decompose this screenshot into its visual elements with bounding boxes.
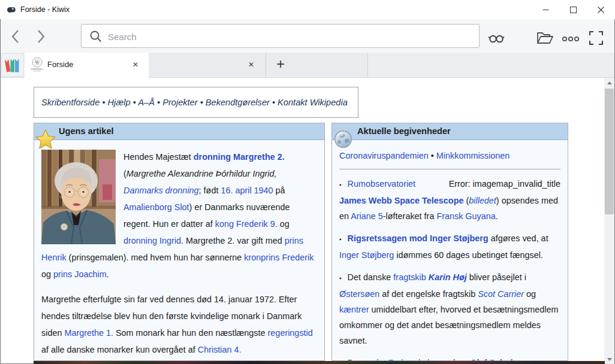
- scroll-down-button[interactable]: [604, 354, 614, 364]
- bullet-icon: ▪: [339, 236, 342, 242]
- wiki-link[interactable]: 1940: [254, 186, 273, 195]
- forward-button[interactable]: [33, 28, 50, 45]
- close-icon: [598, 7, 604, 13]
- week-article-box: Ugens artikel: [34, 123, 325, 361]
- margrethe-photo: [41, 150, 116, 244]
- vertical-scrollbar[interactable]: [604, 78, 614, 364]
- search-input[interactable]: [107, 25, 469, 48]
- wiki-link[interactable]: Karin Høj: [429, 272, 467, 282]
- tab-bar: W WIKIPEDIA Forside ✕ ✕ +: [1, 53, 614, 78]
- search-box: [81, 24, 480, 48]
- text-segment: . Margrethe 2. var gift med: [181, 236, 285, 245]
- text-segment: Margrethe Alexandrine Þórhildur Ingrid,: [126, 169, 277, 178]
- wiki-link[interactable]: Bekendtgørelser: [206, 98, 270, 107]
- wiki-link[interactable]: Skribentforside: [41, 98, 100, 107]
- text-segment: (prinsgemalen). med hvem hun har sønnern…: [67, 253, 245, 262]
- wiki-link[interactable]: Scot Carrier: [478, 289, 524, 299]
- fullscreen-button[interactable]: [589, 31, 603, 47]
- text-segment: afgøres ved, at: [489, 233, 548, 243]
- wiki-link[interactable]: fragtskib: [393, 272, 426, 282]
- page-content: Skribentforside • Hjælp • A–Å • Projekte…: [1, 78, 614, 363]
- wiki-link[interactable]: Kontakt Wikipedia: [278, 98, 348, 107]
- wiki-link[interactable]: Fransk Guyana: [436, 211, 495, 221]
- scroll-down-icon: [607, 358, 612, 361]
- wiki-link[interactable]: Christian 4.: [198, 345, 242, 354]
- tab-forside[interactable]: W WIKIPEDIA Forside ✕: [25, 53, 149, 78]
- bullet-icon: ▪: [339, 181, 342, 188]
- window-controls: [532, 1, 614, 19]
- text-segment: umiddelbart efter, hvorved et besætnings…: [339, 305, 559, 345]
- close-button[interactable]: [587, 1, 614, 19]
- next-section-image-edge: [34, 361, 605, 364]
- text-segment: •: [131, 98, 138, 107]
- wiki-link[interactable]: dronning Ingrid: [123, 236, 181, 245]
- news-item: ▪Rigsretssagen mod Inger Støjberg afgøre…: [339, 230, 560, 263]
- wiki-link[interactable]: James Webb Space Telescope: [339, 196, 463, 205]
- scroll-up-icon: [607, 81, 612, 84]
- scroll-up-button[interactable]: [604, 78, 614, 87]
- text-segment: (: [463, 196, 469, 205]
- open-file-button[interactable]: [536, 31, 553, 47]
- wiki-link[interactable]: Danmarks dronning: [123, 186, 199, 195]
- text-segment: -løfteraket fra: [383, 211, 437, 221]
- text-segment: .: [107, 269, 109, 279]
- wiki-link[interactable]: Margrethe 1.: [64, 328, 113, 338]
- wiki-link[interactable]: dronning Margrethe 2.: [194, 152, 285, 162]
- globe-icon: [334, 130, 352, 150]
- new-tab-button[interactable]: +: [266, 53, 295, 77]
- wiki-link[interactable]: Ariane 5: [351, 211, 383, 221]
- wiki-link[interactable]: kronprins Frederik: [244, 253, 313, 262]
- current-events-box: Aktuelle begivenheder Coronaviruspandemi…: [331, 123, 568, 361]
- library-button[interactable]: [1, 53, 24, 77]
- fullscreen-icon: [589, 31, 603, 45]
- text-segment: •: [155, 98, 162, 107]
- folder-icon: [536, 31, 553, 45]
- wiki-link[interactable]: Amalienborg Slot: [123, 202, 189, 212]
- wiki-link[interactable]: kong Frederik 9.: [215, 219, 278, 229]
- text-segment: og: [278, 219, 290, 229]
- wiki-link[interactable]: Østersøen: [339, 289, 379, 299]
- tab-empty[interactable]: ✕: [149, 53, 266, 77]
- wiki-link[interactable]: A–Å: [138, 98, 155, 107]
- news-item: ▪Rumobservatoriet Error: imagemap_invali…: [339, 176, 560, 224]
- reading-list-button[interactable]: [487, 32, 505, 47]
- tabbar-empty-area: [367, 53, 614, 77]
- divider: [339, 169, 560, 169]
- wiki-link[interactable]: Hjælp: [108, 98, 131, 107]
- wiki-link[interactable]: Coronaviruspandemien: [339, 151, 429, 160]
- text-segment: og: [524, 289, 536, 299]
- kiwix-app-icon: [7, 5, 16, 14]
- text-segment: Hendes Majestæt: [123, 152, 194, 162]
- week-article-body: Hendes Majestæt dronning Margrethe 2. (M…: [34, 140, 324, 361]
- text-segment: Som monark har hun den næstlængste: [113, 328, 268, 338]
- text-segment: ; født: [199, 186, 221, 195]
- text-segment: bliver påsejlet i: [467, 272, 526, 282]
- bullet-icon: ▪: [339, 275, 342, 281]
- star-icon: [35, 129, 56, 152]
- wiki-link[interactable]: billedet: [469, 196, 496, 205]
- wiki-link[interactable]: prins Joachim: [53, 269, 107, 279]
- wiki-link[interactable]: kæntrer: [339, 305, 369, 314]
- tab-close-button[interactable]: ✕: [245, 59, 257, 71]
- wiki-link[interactable]: 16. april: [221, 186, 251, 195]
- wiki-link[interactable]: Inger Støjberg: [339, 250, 394, 260]
- text-segment: idømmes 60 dages ubetinget fængsel.: [394, 250, 543, 260]
- wiki-link[interactable]: Rumobservatoriet: [348, 179, 416, 189]
- more-options-button[interactable]: [562, 34, 580, 45]
- text-segment: og: [41, 269, 53, 279]
- week-article-header: Ugens artikel: [34, 123, 324, 140]
- scrollbar-thumb[interactable]: [605, 89, 614, 214]
- tab-close-button[interactable]: ✕: [129, 59, 141, 71]
- minimize-button[interactable]: [532, 1, 559, 19]
- kiwix-window: Forside - Kiwix: [0, 0, 615, 364]
- back-button[interactable]: [7, 28, 23, 45]
- text-segment: •: [270, 98, 278, 107]
- wikipedia-favicon: W WIKIPEDIA: [30, 57, 44, 75]
- wiki-link[interactable]: Rigsretssagen mod Inger Støjberg: [348, 233, 489, 243]
- svg-text:WIKIPEDIA: WIKIPEDIA: [31, 68, 44, 71]
- wiki-link[interactable]: Minkkommissionen: [436, 151, 510, 160]
- wiki-link[interactable]: Projekter: [162, 98, 197, 107]
- search-icon: [89, 30, 103, 43]
- wiki-link[interactable]: regeringstid: [268, 328, 313, 338]
- maximize-button[interactable]: [559, 1, 587, 19]
